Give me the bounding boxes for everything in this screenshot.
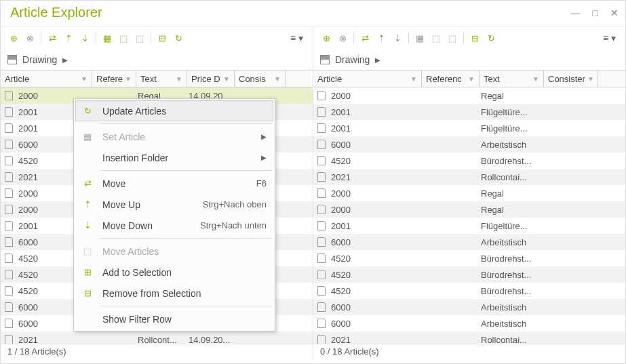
table-row[interactable]: 2001Flügeltüre... [313, 218, 625, 234]
tool2-icon[interactable]: ⬚ [132, 31, 147, 45]
menu-button[interactable]: ≡ ▾ [286, 31, 307, 45]
col-text[interactable]: Text▼ [136, 70, 187, 87]
delete-icon[interactable]: ⊗ [22, 31, 37, 45]
col-price-date[interactable]: Price D▼ [187, 70, 235, 87]
up-icon: ⇡ [79, 199, 96, 209]
cell-article: 4520 [328, 270, 420, 280]
table-row[interactable]: 4520Bürodrehst... [313, 266, 625, 283]
select-icon[interactable]: ⬚ [116, 31, 131, 45]
menu-button[interactable]: ≡ ▾ [599, 31, 620, 45]
menu-move[interactable]: ⇄ Move F6 [75, 173, 273, 194]
filter-icon[interactable]: ▼ [176, 75, 182, 83]
menu-add-to-selection[interactable]: ⊞ Add to Selection [75, 262, 273, 283]
document-icon [317, 172, 326, 182]
cell-article: 6000 [328, 319, 420, 329]
document-icon [317, 335, 326, 344]
table-row[interactable]: 4520Bürodrehst... [313, 153, 625, 169]
chevron-right-icon: ▶ [375, 56, 380, 64]
add-icon[interactable]: ⊕ [319, 31, 334, 45]
filter-icon[interactable]: ▼ [81, 75, 87, 83]
down-icon: ⇣ [79, 220, 96, 230]
table-row[interactable]: 6000Arbeitstisch [313, 234, 625, 250]
down-icon[interactable]: ⇣ [77, 31, 92, 45]
menu-move-up[interactable]: ⇡ Move Up Strg+Nach oben [75, 194, 273, 215]
minimize-button[interactable]: — [571, 7, 581, 18]
chevron-right-icon: ▶ [62, 56, 68, 64]
down-icon[interactable]: ⇣ [390, 31, 405, 45]
cell-article: 4520 [328, 254, 420, 264]
add-icon[interactable]: ⊕ [6, 31, 21, 45]
filter-icon[interactable]: ▼ [587, 75, 594, 83]
up-icon[interactable]: ⇡ [61, 31, 76, 45]
cell-article: 4520 [328, 156, 420, 166]
menu-set-article[interactable]: ▦ Set Article ▶ [75, 126, 273, 147]
up-icon[interactable]: ⇡ [374, 31, 389, 45]
col-article[interactable]: Article▼ [313, 70, 422, 87]
table-row[interactable]: 2001Flügeltüre... [313, 104, 625, 120]
cell-article: 2000 [328, 205, 420, 215]
table-row[interactable]: 2001Flügeltüre... [313, 120, 625, 136]
menu-move-down[interactable]: ⇣ Move Down Strg+Nach unten [75, 215, 273, 236]
document-icon [317, 270, 326, 279]
table-row[interactable]: 2021Rollcont...14.09.20... [1, 331, 313, 344]
right-breadcrumb[interactable]: Drawing ▶ [313, 49, 625, 70]
table-row[interactable]: 4520Bürodrehst... [313, 283, 625, 299]
col-consistency[interactable]: Consis▼ [235, 70, 286, 87]
menu-remove-from-selection[interactable]: ⊟ Remove from Selection [75, 283, 273, 304]
filter-icon[interactable]: ▼ [223, 75, 230, 83]
document-icon [5, 156, 13, 165]
cell-article: 2000 [328, 91, 420, 101]
tool-icon[interactable]: ▦ [412, 31, 427, 45]
table-row[interactable]: 2021Rollcontai... [313, 331, 625, 344]
col-reference[interactable]: Refere▼ [92, 70, 136, 87]
table-row[interactable]: 4520Bürodrehst... [313, 250, 625, 266]
col-reference[interactable]: Referenc▼ [422, 70, 480, 87]
filter-icon[interactable]: ▼ [274, 75, 281, 83]
menu-update-articles[interactable]: ↻ Update Articles [75, 100, 273, 121]
document-icon [317, 286, 326, 296]
filter-icon[interactable]: ▼ [125, 75, 132, 83]
left-breadcrumb[interactable]: Drawing ▶ [1, 49, 313, 70]
menu-insertion-folder[interactable]: Insertion Folder ▶ [75, 147, 273, 168]
cell-article: 2021 [328, 335, 420, 344]
cell-article: 2001 [328, 123, 420, 134]
col-article[interactable]: Article▼ [1, 70, 92, 87]
table-row[interactable]: 2000Regal [313, 185, 625, 201]
select-icon[interactable]: ⬚ [429, 31, 444, 45]
delete-icon[interactable]: ⊗ [335, 31, 350, 45]
tool-icon[interactable]: ▦ [100, 31, 115, 45]
filter-icon[interactable]: ▼ [532, 75, 539, 83]
tree-icon[interactable]: ⊟ [467, 31, 482, 45]
cell-price-date: 14.09.20... [186, 335, 233, 344]
refresh-icon[interactable]: ↻ [484, 31, 498, 45]
document-icon [5, 172, 13, 182]
tree-icon[interactable]: ⊟ [155, 31, 170, 45]
tool2-icon[interactable]: ⬚ [445, 31, 460, 45]
col-consistency[interactable]: Consister▼ [544, 70, 598, 87]
document-icon [317, 123, 326, 133]
menu-move-articles[interactable]: ⬚ Move Articles [75, 241, 273, 262]
set-icon: ▦ [79, 132, 96, 142]
breadcrumb-label: Drawing [22, 54, 57, 65]
filter-icon[interactable]: ▼ [468, 75, 475, 83]
table-row[interactable]: 2021Rollcontai... [313, 169, 625, 185]
table-row[interactable]: 2000Regal [313, 201, 625, 218]
col-text[interactable]: Text▼ [480, 70, 544, 87]
document-icon [317, 156, 326, 165]
table-row[interactable]: 6000Arbeitstisch [313, 136, 625, 153]
menu-show-filter-row[interactable]: Show Filter Row [75, 308, 273, 329]
document-icon [317, 91, 326, 100]
right-grid-body[interactable]: 2000Regal2001Flügeltüre...2001Flügeltüre… [313, 87, 625, 344]
filter-icon[interactable]: ▼ [410, 75, 417, 83]
table-row[interactable]: 6000Arbeitstisch [313, 315, 625, 331]
swap-icon[interactable]: ⇄ [45, 31, 60, 45]
table-row[interactable]: 2000Regal [313, 87, 625, 104]
document-icon [317, 221, 326, 230]
close-button[interactable]: ✕ [610, 7, 619, 18]
swap-icon[interactable]: ⇄ [357, 31, 372, 45]
document-icon [5, 188, 13, 198]
refresh-icon[interactable]: ↻ [171, 31, 186, 45]
add-selection-icon: ⊞ [79, 267, 96, 277]
table-row[interactable]: 6000Arbeitstisch [313, 299, 625, 315]
maximize-button[interactable]: □ [593, 7, 598, 18]
